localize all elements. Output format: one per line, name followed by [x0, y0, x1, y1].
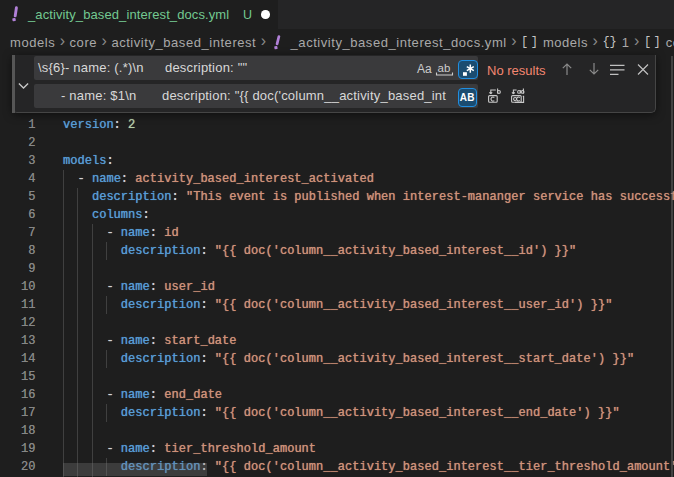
svg-text:ab: ab — [438, 62, 451, 74]
